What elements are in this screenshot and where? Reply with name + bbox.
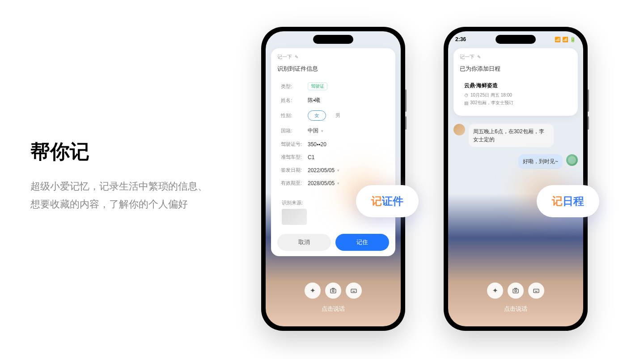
label-nation: 国籍: bbox=[281, 127, 308, 134]
card-header-text: 记一下 bbox=[460, 54, 475, 60]
label-class: 准驾车型: bbox=[281, 154, 308, 160]
feature-pill-schedule: 记日程 bbox=[537, 185, 599, 217]
pill-char-1: 记 bbox=[552, 195, 563, 207]
label-license: 驾驶证号: bbox=[281, 141, 308, 148]
chevron-down-icon: ▾ bbox=[337, 168, 339, 173]
event-time: 10月25日 周五 18:00 bbox=[470, 92, 512, 98]
value-license: 350▪▪20 bbox=[308, 141, 326, 148]
message-bubble: 好嘞，到时见~ bbox=[518, 154, 563, 169]
card-header: 记一下 ✎ bbox=[460, 54, 572, 60]
message-outgoing: 好嘞，到时见~ bbox=[453, 154, 578, 169]
bottom-bar: ✦ 点击说话 bbox=[266, 283, 401, 313]
value-name: 陈▪曦 bbox=[308, 97, 320, 104]
tap-to-speak[interactable]: 点击说话 bbox=[266, 305, 401, 313]
event-note: 302包厢，李女士预订 bbox=[470, 100, 513, 106]
gender-male[interactable]: 男 bbox=[329, 110, 347, 121]
phone-mockup-2: 2:36 📶 📶 🔋 记一下 ✎ 已为你添加日程 云鼎·海鲜姿造 ⏱10月25日… bbox=[444, 27, 588, 331]
avatar bbox=[566, 154, 578, 166]
cancel-button[interactable]: 取消 bbox=[277, 234, 331, 251]
value-type: 驾驶证 bbox=[308, 82, 327, 90]
sparkle-icon[interactable]: ✦ bbox=[487, 283, 503, 299]
label-type: 类型: bbox=[281, 83, 308, 90]
bottom-bar: ✦ 点击说话 bbox=[448, 283, 583, 313]
phone-notch bbox=[496, 35, 536, 44]
camera-icon[interactable] bbox=[508, 283, 524, 299]
event-card[interactable]: 云鼎·海鲜姿造 ⏱10月25日 周五 18:00 ▤302包厢，李女士预订 bbox=[460, 77, 572, 110]
label-valid: 有效期至: bbox=[281, 180, 308, 186]
card-title: 已为你添加日程 bbox=[460, 65, 572, 73]
gender-female[interactable]: 女 bbox=[308, 110, 326, 121]
event-title: 云鼎·海鲜姿造 bbox=[464, 82, 567, 89]
gender-segment[interactable]: 女 男 bbox=[308, 110, 347, 121]
label-name: 姓名: bbox=[281, 97, 308, 104]
chevron-down-icon: ▾ bbox=[337, 181, 339, 186]
id-card-panel: 记一下 ✎ 识别到证件信息 类型:驾驶证 姓名:陈▪曦 性别: 女 男 国籍:中… bbox=[271, 48, 395, 256]
label-gender: 性别: bbox=[281, 112, 308, 119]
card-title: 识别到证件信息 bbox=[277, 65, 389, 73]
message-incoming: 周五晚上6点，在302包厢，李女士定的 bbox=[453, 124, 578, 147]
value-class: C1 bbox=[308, 154, 314, 160]
edit-icon[interactable]: ✎ bbox=[477, 55, 481, 59]
pill-char-2: 日程 bbox=[563, 195, 584, 207]
source-thumbnail[interactable] bbox=[282, 209, 307, 225]
hero-title: 帮你记 bbox=[30, 139, 218, 165]
feature-pill-id: 记证件 bbox=[356, 185, 419, 217]
message-bubble: 周五晚上6点，在302包厢，李女士定的 bbox=[469, 124, 554, 147]
card-header-text: 记一下 bbox=[277, 54, 292, 60]
keyboard-icon[interactable] bbox=[528, 283, 544, 299]
chevron-down-icon: ▾ bbox=[321, 129, 323, 133]
value-nation[interactable]: 中国 bbox=[308, 127, 318, 135]
svg-rect-3 bbox=[513, 289, 518, 293]
sparkle-icon[interactable]: ✦ bbox=[305, 283, 321, 299]
label-issue: 签发日期: bbox=[281, 167, 308, 173]
keyboard-icon[interactable] bbox=[346, 283, 362, 299]
tap-to-speak[interactable]: 点击说话 bbox=[448, 305, 583, 313]
note-icon: ▤ bbox=[464, 101, 468, 106]
status-time: 2:36 bbox=[455, 36, 466, 42]
svg-rect-5 bbox=[534, 289, 539, 293]
hero-text: 帮你记 超级小爱记忆，记录生活中繁琐的信息、 想要收藏的内容，了解你的个人偏好 bbox=[30, 139, 218, 213]
confirm-button[interactable]: 记住 bbox=[335, 234, 389, 251]
avatar bbox=[453, 124, 465, 135]
phone-screen-2: 2:36 📶 📶 🔋 记一下 ✎ 已为你添加日程 云鼎·海鲜姿造 ⏱10月25日… bbox=[448, 31, 583, 326]
svg-point-1 bbox=[332, 290, 334, 292]
card-header: 记一下 ✎ bbox=[277, 54, 389, 60]
phone-mockup-1: 记一下 ✎ 识别到证件信息 类型:驾驶证 姓名:陈▪曦 性别: 女 男 国籍:中… bbox=[261, 27, 405, 331]
chat-area: 周五晚上6点，在302包厢，李女士定的 好嘞，到时见~ bbox=[448, 119, 583, 173]
schedule-card: 记一下 ✎ 已为你添加日程 云鼎·海鲜姿造 ⏱10月25日 周五 18:00 ▤… bbox=[453, 48, 578, 116]
svg-rect-0 bbox=[330, 289, 336, 293]
camera-icon[interactable] bbox=[325, 283, 341, 299]
status-icons: 📶 📶 🔋 bbox=[555, 37, 576, 42]
svg-rect-2 bbox=[351, 289, 356, 293]
svg-point-4 bbox=[515, 290, 517, 292]
value-issue[interactable]: 2022/05/05 bbox=[308, 167, 335, 173]
edit-icon[interactable]: ✎ bbox=[295, 55, 298, 59]
clock-icon: ⏱ bbox=[464, 93, 469, 98]
phone-notch bbox=[313, 35, 353, 44]
hero-desc: 超级小爱记忆，记录生活中繁琐的信息、 想要收藏的内容，了解你的个人偏好 bbox=[30, 177, 218, 213]
value-valid[interactable]: 2028/05/05 bbox=[308, 180, 335, 186]
pill-char-1: 记 bbox=[371, 195, 382, 207]
pill-char-2: 证件 bbox=[382, 195, 403, 207]
